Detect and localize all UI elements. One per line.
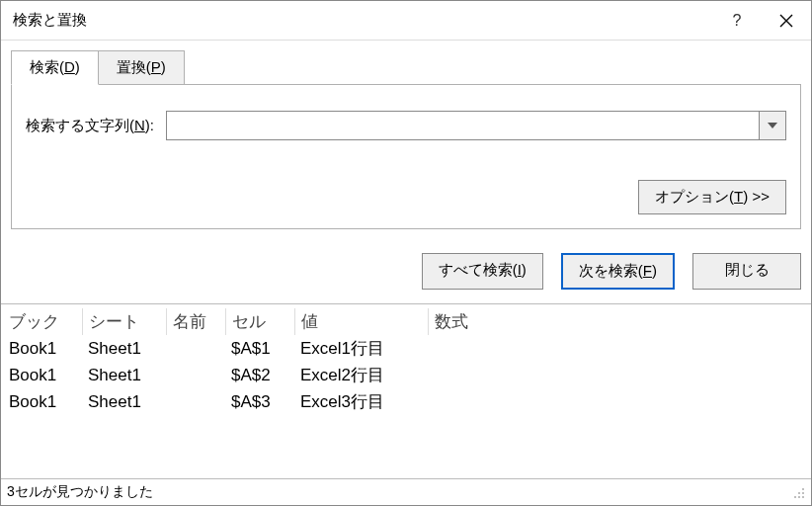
help-button[interactable]: ? <box>712 1 762 41</box>
svg-point-4 <box>798 496 800 498</box>
status-bar: 3セルが見つかりました <box>1 478 811 505</box>
dialog-body: 検索(D) 置換(P) 検索する文字列(N): オプショ <box>1 41 811 241</box>
find-all-button[interactable]: すべて検索(I) <box>422 253 543 290</box>
col-header-value[interactable]: 値 <box>294 308 428 335</box>
svg-point-3 <box>794 496 796 498</box>
close-icon[interactable] <box>762 1 811 41</box>
options-button[interactable]: オプション(T) >> <box>638 180 786 214</box>
col-header-sheet[interactable]: シート <box>82 308 166 335</box>
find-panel: 検索する文字列(N): オプション(T) >> <box>11 84 801 229</box>
svg-point-5 <box>802 496 804 498</box>
find-combobox[interactable] <box>166 111 786 140</box>
find-input[interactable] <box>166 111 759 140</box>
svg-point-1 <box>798 492 800 494</box>
button-bar: すべて検索(I) 次を検索(F) 閉じる <box>1 241 811 303</box>
col-header-book[interactable]: ブック <box>3 308 82 335</box>
col-header-cell[interactable]: セル <box>225 308 294 335</box>
col-header-formula[interactable]: 数式 <box>428 308 546 335</box>
find-next-button[interactable]: 次を検索(F) <box>561 253 675 290</box>
table-row[interactable]: Book1 Sheet1 $A$3 Excel3行目 <box>3 388 546 415</box>
tab-replace[interactable]: 置換(P) <box>99 50 185 85</box>
svg-point-0 <box>802 488 804 490</box>
col-header-name[interactable]: 名前 <box>166 308 225 335</box>
tab-row: 検索(D) 置換(P) <box>11 50 801 85</box>
window-title: 検索と置換 <box>13 11 712 30</box>
svg-point-2 <box>802 492 804 494</box>
resize-grip-icon[interactable] <box>791 485 805 499</box>
tab-find[interactable]: 検索(D) <box>11 50 99 85</box>
results-table: ブック シート 名前 セル 値 数式 Book1 Sheet1 $A$1 Exc… <box>3 308 546 415</box>
results-pane[interactable]: ブック シート 名前 セル 値 数式 Book1 Sheet1 $A$1 Exc… <box>1 304 811 478</box>
status-text: 3セルが見つかりました <box>7 483 153 501</box>
titlebar: 検索と置換 ? <box>1 1 811 41</box>
dialog-find-replace: 検索と置換 ? 検索(D) 置換(P) 検索する文字列(N): <box>0 0 812 506</box>
chevron-down-icon[interactable] <box>759 111 786 140</box>
close-button[interactable]: 閉じる <box>692 253 801 290</box>
find-label: 検索する文字列(N): <box>26 117 154 135</box>
table-row[interactable]: Book1 Sheet1 $A$1 Excel1行目 <box>3 335 546 362</box>
results-header-row: ブック シート 名前 セル 値 数式 <box>3 308 546 335</box>
table-row[interactable]: Book1 Sheet1 $A$2 Excel2行目 <box>3 362 546 388</box>
